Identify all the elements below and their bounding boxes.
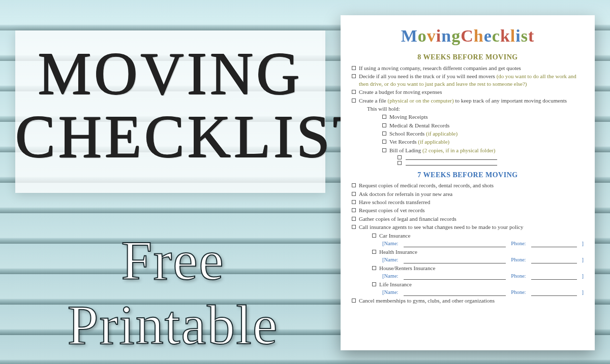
field-phone-label: Phone: [511,289,526,296]
checklist-subitem: Bill of Lading (2 copies, if in a physic… [382,147,584,154]
subitem-text: Vet Records (if applicable) [389,138,584,146]
insurance-name: Life Insurance [379,281,584,288]
subitem-note: (if applicable) [418,139,449,145]
field-name-label: [Name: [382,256,399,263]
checklist-item: Request copies of medical records, denta… [352,182,584,189]
checklist-item: Cancel memberships to gyms, clubs, and o… [352,297,584,305]
checklist-item: Ask doctors for referrals in your new ar… [352,190,584,198]
subitem-note: (if applicable) [426,130,458,137]
item-list-7weeks: Request copies of medical records, denta… [352,182,584,304]
insurance-subitem: Life Insurance [372,281,584,288]
insurance-fields: [Name:Phone:] [382,256,584,263]
item-text: Request copies of vet records [359,207,584,214]
field-phone-label: Phone: [511,240,526,247]
subitem-list: Moving ReceiptsMedical & Dental RecordsS… [352,113,584,154]
checkbox-icon[interactable] [372,282,376,286]
item-note: (physical or on the computer) [388,97,454,104]
checklist-item: If using a moving company, research diff… [352,64,584,72]
field-name-label: [Name: [382,289,399,296]
hero-title: MOVING CHECKLIST [15,30,325,169]
checkbox-icon[interactable] [372,266,376,270]
insurance-name: Health Insurance [379,248,584,256]
hero-title-line2: CHECKLIST [15,106,325,169]
checkbox-icon[interactable] [382,115,386,119]
item-text: If using a moving company, research diff… [359,64,584,72]
field-close: ] [582,289,584,296]
field-phone-label: Phone: [511,273,526,280]
name-input-line[interactable] [404,275,506,280]
item-main: Create a file [359,97,386,104]
blank-lines [352,155,584,166]
checklist-item: Have school records transferred [352,198,584,206]
item-subtext: This will hold: [367,105,584,113]
field-close: ] [582,273,584,280]
insurance-subitem: House/Renters Insurance [372,264,584,272]
checkbox-icon[interactable] [352,200,356,204]
checkbox-icon[interactable] [382,123,386,127]
blank-write-in [398,155,584,160]
write-in-line[interactable] [406,155,497,160]
checklist-item: Create a file (physical or on the comput… [352,97,584,105]
insurance-fields: [Name:Phone:] [382,240,584,247]
insurance-subitem: Car Insurance [372,232,584,240]
section-heading-8weeks: 8 WEEKS BEFORE MOVING [352,53,584,62]
checkbox-icon[interactable] [352,225,356,229]
checkbox-icon[interactable] [398,161,402,165]
item-main: Decide if all you need is the truck or i… [359,73,495,79]
item-text: Cancel memberships to gyms, clubs, and o… [359,297,584,305]
checklist-subitem: Moving Receipts [382,113,584,121]
checkbox-icon[interactable] [382,131,386,136]
blank-write-in [398,161,584,166]
name-input-line[interactable] [404,242,506,247]
checkbox-icon[interactable] [372,250,376,254]
checklist-sheet: Moving Checklist 8 WEEKS BEFORE MOVING I… [341,15,595,350]
subitem-text: School Records (if applicable) [389,130,584,138]
insurance-fields: [Name:Phone:] [382,273,584,280]
checkbox-icon[interactable] [352,183,356,187]
subitem-text: Moving Receipts [389,113,584,121]
item-text: Call insurance agents to see what change… [359,223,584,231]
checkbox-icon[interactable] [352,208,356,212]
subitem-text: Medical & Dental Records [389,122,584,129]
write-in-line[interactable] [406,161,497,166]
checkbox-icon[interactable] [382,148,386,152]
checklist-item: Decide if all you need is the truck or i… [352,73,584,88]
item-text: Request copies of medical records, denta… [359,182,584,189]
checkbox-icon[interactable] [352,217,356,221]
field-name-label: [Name: [382,273,399,280]
hero-subtitle: Free Printable [20,228,325,357]
item-after: to keep track of any important moving do… [455,97,567,104]
subitem-note: (2 copies, if in a physical folder) [422,147,495,153]
phone-input-line[interactable] [531,275,577,280]
checkbox-icon[interactable] [372,234,376,238]
checklist-item: Gather copies of legal and financial rec… [352,215,584,223]
section-heading-7weeks: 7 WEEKS BEFORE MOVING [352,171,584,180]
checkbox-icon[interactable] [382,140,386,144]
checkbox-icon[interactable] [352,299,356,303]
phone-input-line[interactable] [531,242,577,247]
name-input-line[interactable] [404,258,506,263]
checkbox-icon[interactable] [352,98,356,103]
field-close: ] [582,256,584,263]
checklist-item: Request copies of vet records [352,207,584,214]
insurance-name: Car Insurance [379,232,584,240]
insurance-fields: [Name:Phone:] [382,289,584,296]
hero-title-panel: MOVING CHECKLIST [15,30,325,193]
hero-subtitle-text: Free Printable [67,229,278,356]
phone-input-line[interactable] [531,258,577,263]
sheet-title: Moving Checklist [352,24,584,48]
checkbox-icon[interactable] [352,90,356,94]
checklist-subitem: Vet Records (if applicable) [382,138,584,146]
subitem-text: Bill of Lading (2 copies, if in a physic… [389,147,584,154]
insurance-name: House/Renters Insurance [379,264,584,272]
item-text: Have school records transferred [359,198,584,206]
field-phone-label: Phone: [511,256,526,263]
checklist-item: Create a budget for moving expenses [352,88,584,96]
checkbox-icon[interactable] [352,66,356,70]
checkbox-icon[interactable] [352,74,356,78]
checkbox-icon[interactable] [398,155,402,159]
name-input-line[interactable] [404,291,506,296]
phone-input-line[interactable] [531,291,577,296]
insurance-subitem: Health Insurance [372,248,584,256]
checkbox-icon[interactable] [352,192,356,196]
